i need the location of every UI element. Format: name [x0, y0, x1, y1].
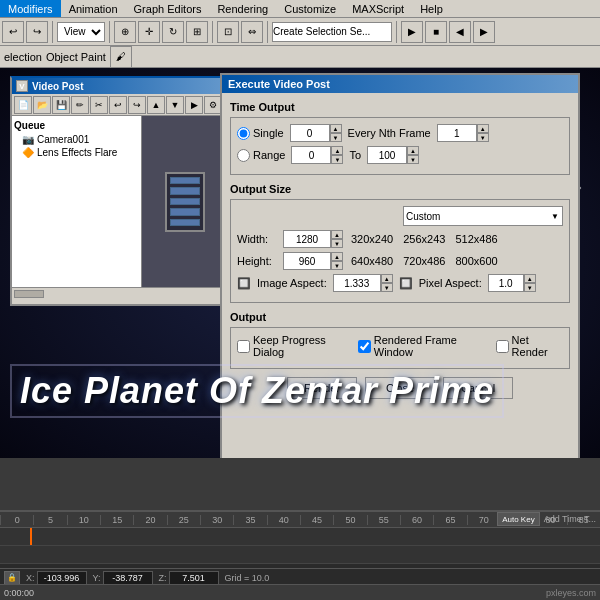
pixel-aspect-up[interactable]: ▲ — [524, 274, 536, 283]
menu-graph-editors[interactable]: Graph Editors — [126, 0, 210, 17]
image-aspect-label: Image Aspect: — [257, 277, 327, 289]
snap-button[interactable]: ⊡ — [217, 21, 239, 43]
view-select[interactable]: View — [57, 22, 105, 42]
image-aspect-spin: ▲ ▼ — [333, 274, 393, 292]
mirror-button[interactable]: ⇔ — [241, 21, 263, 43]
keep-progress-checkbox[interactable] — [237, 340, 250, 353]
ruler-0: 0 — [0, 515, 33, 525]
every-nth-up[interactable]: ▲ — [477, 124, 489, 133]
single-label-text: Single — [253, 127, 284, 139]
pixel-aspect-down[interactable]: ▼ — [524, 283, 536, 292]
preset-320x240[interactable]: 320x240 — [349, 233, 395, 245]
lock-icon[interactable]: 🔒 — [4, 571, 20, 585]
queue-item-lens[interactable]: 🔶 Lens Effects Flare — [14, 146, 139, 159]
range-to-arrows: ▲ ▼ — [407, 146, 419, 164]
undo-button[interactable]: ↩ — [2, 21, 24, 43]
timeline-track-1[interactable] — [0, 528, 600, 546]
auto-key-bar: Auto Key Add Time T... — [497, 512, 596, 526]
range-from-up[interactable]: ▲ — [331, 146, 343, 155]
move-button[interactable]: ✛ — [138, 21, 160, 43]
scale-button[interactable]: ⊞ — [186, 21, 208, 43]
divider4 — [267, 21, 268, 43]
single-value-input[interactable] — [290, 124, 330, 142]
height-input[interactable] — [283, 252, 331, 270]
preset-256x243[interactable]: 256x243 — [401, 233, 447, 245]
video-post-icon: V — [16, 80, 28, 92]
width-up[interactable]: ▲ — [331, 230, 343, 239]
redo-button[interactable]: ↪ — [26, 21, 48, 43]
selection-label: election — [4, 51, 42, 63]
preset-720x486[interactable]: 720x486 — [401, 255, 447, 267]
width-input[interactable] — [283, 230, 331, 248]
rotate-button[interactable]: ↻ — [162, 21, 184, 43]
selection-input[interactable] — [272, 22, 392, 42]
preset-800x600[interactable]: 800x600 — [453, 255, 499, 267]
preset-512x486[interactable]: 512x486 — [453, 233, 499, 245]
z-coord-field: Z: 7.501 — [159, 571, 219, 585]
x-value: -103.996 — [37, 571, 87, 585]
timeline-track-2[interactable] — [0, 546, 600, 564]
prev-frame-button[interactable]: ◀ — [449, 21, 471, 43]
vp-execute-btn[interactable]: ▶ — [185, 96, 203, 114]
vp-open-btn[interactable]: 📂 — [33, 96, 51, 114]
paint-tool-btn[interactable]: 🖌 — [110, 46, 132, 68]
every-nth-input[interactable] — [437, 124, 477, 142]
image-aspect-input[interactable] — [333, 274, 381, 292]
select-button[interactable]: ⊕ — [114, 21, 136, 43]
vp-edit-btn[interactable]: ✏ — [71, 96, 89, 114]
height-up[interactable]: ▲ — [331, 252, 343, 261]
single-spin-down[interactable]: ▼ — [330, 133, 342, 142]
ruler-25: 25 — [167, 515, 200, 525]
net-render-label[interactable]: Net Render — [496, 334, 563, 358]
menu-customize[interactable]: Customize — [276, 0, 344, 17]
preset-640x480[interactable]: 640x480 — [349, 255, 395, 267]
range-radio-label[interactable]: Range — [237, 149, 285, 162]
range-from-down[interactable]: ▼ — [331, 155, 343, 164]
range-to-input[interactable] — [367, 146, 407, 164]
every-nth-down[interactable]: ▼ — [477, 133, 489, 142]
rendered-frame-label[interactable]: Rendered Frame Window — [358, 334, 490, 358]
range-to-down[interactable]: ▼ — [407, 155, 419, 164]
rendered-frame-checkbox[interactable] — [358, 340, 371, 353]
scrollbar-thumb[interactable] — [14, 290, 44, 298]
pixel-aspect-input[interactable] — [488, 274, 524, 292]
output-size-section: Custom ▼ Width: ▲ ▼ 320x240 — [230, 199, 570, 303]
single-spin-up[interactable]: ▲ — [330, 124, 342, 133]
vp-save-btn[interactable]: 💾 — [52, 96, 70, 114]
vp-new-btn[interactable]: 📄 — [14, 96, 32, 114]
keep-progress-text: Keep Progress Dialog — [253, 334, 352, 358]
vp-move-up-btn[interactable]: ▲ — [147, 96, 165, 114]
image-aspect-down[interactable]: ▼ — [381, 283, 393, 292]
vp-move-down-btn[interactable]: ▼ — [166, 96, 184, 114]
menu-rendering[interactable]: Rendering — [209, 0, 276, 17]
keep-progress-label[interactable]: Keep Progress Dialog — [237, 334, 352, 358]
range-from-input[interactable] — [291, 146, 331, 164]
menu-modifiers[interactable]: Modifiers — [0, 0, 61, 17]
ruler-50: 50 — [333, 515, 366, 525]
width-down[interactable]: ▼ — [331, 239, 343, 248]
play-button[interactable]: ▶ — [401, 21, 423, 43]
vp-redo-btn[interactable]: ↪ — [128, 96, 146, 114]
ice-planet-title: Ice Planet Of Zentar Prime — [10, 364, 504, 418]
vp-delete-btn[interactable]: ✂ — [90, 96, 108, 114]
vp-undo-btn[interactable]: ↩ — [109, 96, 127, 114]
single-radio[interactable] — [237, 127, 250, 140]
single-radio-label[interactable]: Single — [237, 127, 284, 140]
menu-help[interactable]: Help — [412, 0, 451, 17]
stop-button[interactable]: ■ — [425, 21, 447, 43]
queue-item-camera[interactable]: 📷 Camera001 — [14, 133, 139, 146]
preset-select[interactable]: Custom — [403, 206, 563, 226]
ruler-20: 20 — [133, 515, 166, 525]
image-aspect-up[interactable]: ▲ — [381, 274, 393, 283]
height-down[interactable]: ▼ — [331, 261, 343, 270]
range-to-up[interactable]: ▲ — [407, 146, 419, 155]
y-label: Y: — [93, 573, 101, 583]
next-frame-button[interactable]: ▶ — [473, 21, 495, 43]
menu-animation[interactable]: Animation — [61, 0, 126, 17]
net-render-checkbox[interactable] — [496, 340, 509, 353]
video-post-scrollbar[interactable] — [12, 287, 228, 299]
range-radio[interactable] — [237, 149, 250, 162]
output-section-label: Output — [230, 311, 570, 323]
auto-key-button[interactable]: Auto Key — [497, 512, 539, 526]
menu-maxscript[interactable]: MAXScript — [344, 0, 412, 17]
